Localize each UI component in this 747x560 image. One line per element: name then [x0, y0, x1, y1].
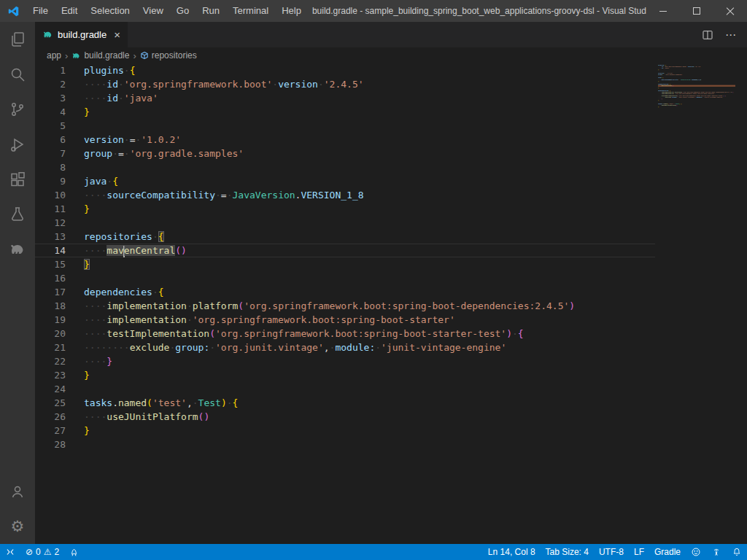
line-number[interactable]: 4: [35, 105, 66, 119]
menu-terminal[interactable]: Terminal: [226, 0, 275, 22]
code-line[interactable]: 10····sourceCompatibility·=·JavaVersion.…: [35, 188, 655, 202]
menu-help[interactable]: Help: [275, 0, 308, 22]
menu-run[interactable]: Run: [196, 0, 226, 22]
code-line[interactable]: 13repositories·{: [35, 230, 655, 244]
code-line[interactable]: 24: [35, 382, 655, 396]
line-number[interactable]: 18: [35, 299, 66, 313]
line-number[interactable]: 16: [35, 271, 66, 285]
breadcrumb-build-gradle[interactable]: build.gradle: [71, 50, 129, 61]
code-line[interactable]: 8: [35, 160, 655, 174]
gradle-icon[interactable]: [0, 232, 35, 267]
code-line[interactable]: 26····useJUnitPlatform(): [35, 410, 655, 424]
cursor-position[interactable]: Ln 14, Col 8: [483, 544, 541, 560]
code-line[interactable]: 15}: [35, 257, 655, 271]
line-number[interactable]: 22: [35, 354, 66, 368]
broadcast-button[interactable]: [706, 544, 727, 560]
code-line[interactable]: 3····id·'java': [35, 91, 655, 105]
tab-build-gradle[interactable]: build.gradle ×: [35, 22, 128, 47]
eol-sequence[interactable]: LF: [629, 544, 649, 560]
code-line[interactable]: 16: [35, 271, 655, 285]
code-line[interactable]: 20····testImplementation('org.springfram…: [35, 327, 655, 341]
code-line[interactable]: 6version·=·'1.0.2': [35, 133, 655, 147]
problems-indicator[interactable]: ⊘ 0 ⚠ 2: [20, 544, 64, 560]
more-actions-icon[interactable]: ⋯: [725, 28, 737, 42]
accounts-icon[interactable]: [0, 474, 35, 509]
warning-count: 2: [55, 547, 60, 557]
line-number[interactable]: 13: [35, 230, 66, 244]
line-number[interactable]: 25: [35, 396, 66, 410]
line-number[interactable]: 15: [35, 257, 66, 271]
line-number[interactable]: 7: [35, 147, 66, 160]
menu-file[interactable]: File: [26, 0, 55, 22]
run-and-debug-icon[interactable]: [0, 127, 35, 162]
source-control-icon[interactable]: [0, 92, 35, 127]
line-number[interactable]: 27: [35, 424, 66, 438]
language-mode[interactable]: Gradle: [649, 544, 686, 560]
notifications-button[interactable]: [727, 544, 747, 560]
code-line[interactable]: 12: [35, 216, 655, 230]
search-icon[interactable]: [0, 57, 35, 92]
split-editor-icon[interactable]: [702, 29, 713, 41]
feedback-button[interactable]: [686, 544, 706, 560]
code-line[interactable]: 28: [35, 438, 655, 451]
encoding[interactable]: UTF-8: [594, 544, 629, 560]
code-line[interactable]: 19····implementation·'org.springframewor…: [35, 313, 655, 327]
code-line[interactable]: 7group·=·'org.gradle.samples': [35, 147, 655, 160]
menu-bar: File Edit Selection View Go Run Terminal…: [26, 0, 308, 22]
code-line[interactable]: 18····implementation·platform('org.sprin…: [35, 299, 655, 313]
code-line[interactable]: 4}: [35, 105, 655, 119]
status-bar: ⊘ 0 ⚠ 2 Ln 14, Col 8 Tab Size: 4 UTF-8 L…: [0, 544, 747, 560]
line-number[interactable]: 19: [35, 313, 66, 327]
line-number[interactable]: 2: [35, 77, 66, 91]
code-line[interactable]: 9java·{: [35, 174, 655, 188]
line-number[interactable]: 12: [35, 216, 66, 230]
tab-close-icon[interactable]: ×: [114, 29, 120, 40]
menu-edit[interactable]: Edit: [55, 0, 84, 22]
explorer-icon[interactable]: [0, 22, 35, 57]
line-number[interactable]: 26: [35, 410, 66, 424]
testing-icon[interactable]: [0, 197, 35, 232]
extensions-icon[interactable]: [0, 162, 35, 197]
breadcrumb-repositories[interactable]: repositories: [140, 50, 197, 61]
line-number[interactable]: 21: [35, 341, 66, 354]
line-number[interactable]: 1: [35, 63, 66, 77]
line-number[interactable]: 8: [35, 160, 66, 174]
line-number[interactable]: 20: [35, 327, 66, 341]
maximize-button[interactable]: [680, 0, 713, 22]
indentation[interactable]: Tab Size: 4: [541, 544, 594, 560]
code-line[interactable]: 17dependencies·{: [35, 285, 655, 299]
code-line[interactable]: 11}: [35, 202, 655, 216]
close-window-button[interactable]: [713, 0, 747, 22]
line-number[interactable]: 23: [35, 368, 66, 382]
line-number[interactable]: 11: [35, 202, 66, 216]
code-line[interactable]: 23}: [35, 368, 655, 382]
code-line[interactable]: 22····}: [35, 354, 655, 368]
line-number[interactable]: 5: [35, 119, 66, 133]
code-line[interactable]: 27}: [35, 424, 655, 438]
line-number[interactable]: 6: [35, 133, 66, 147]
code-line[interactable]: 25tasks.named('test',·Test)·{: [35, 396, 655, 410]
line-number[interactable]: 9: [35, 174, 66, 188]
settings-gear-icon[interactable]: ⚙: [0, 509, 35, 544]
code-line[interactable]: 2····id·'org.springframework.boot'·versi…: [35, 77, 655, 91]
line-number[interactable]: 10: [35, 188, 66, 202]
code-editor[interactable]: 1plugins·{2····id·'org.springframework.b…: [35, 63, 747, 544]
line-number[interactable]: 3: [35, 91, 66, 105]
breadcrumb-app[interactable]: app: [47, 50, 61, 61]
code-line[interactable]: 14····mavenCentral(): [35, 244, 655, 257]
minimize-button[interactable]: [646, 0, 680, 22]
line-number[interactable]: 28: [35, 438, 66, 451]
gradle-task-button[interactable]: [64, 544, 84, 560]
menu-view[interactable]: View: [136, 0, 170, 22]
menu-selection[interactable]: Selection: [84, 0, 136, 22]
line-number[interactable]: 24: [35, 382, 66, 396]
line-number[interactable]: 14: [35, 244, 66, 257]
chevron-right-icon: ›: [133, 50, 136, 61]
code-line[interactable]: 5: [35, 119, 655, 133]
code-line[interactable]: 21········exclude·group:·'org.junit.vint…: [35, 341, 655, 354]
menu-go[interactable]: Go: [170, 0, 196, 22]
remote-indicator[interactable]: [0, 544, 20, 560]
line-number[interactable]: 17: [35, 285, 66, 299]
minimap[interactable]: plugins·{····id·'org.springframework.boo…: [658, 64, 735, 174]
code-line[interactable]: 1plugins·{: [35, 63, 655, 77]
